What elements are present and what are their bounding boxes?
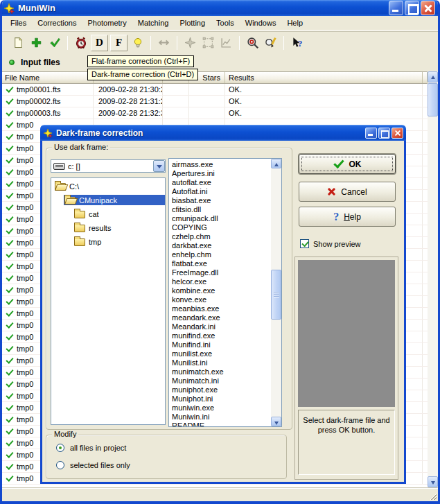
cell-filter [163, 84, 189, 95]
maximize-button[interactable] [405, 1, 419, 15]
menu-item[interactable]: Tools [211, 17, 240, 28]
file-item[interactable]: munifind.exe [172, 331, 271, 340]
file-item[interactable]: darkbat.exe [172, 241, 271, 250]
file-item[interactable]: Munifind.ini [172, 340, 271, 349]
table-row[interactable]: tmp00003.fts 2009-02-28 21:32:31 OK. [2, 107, 428, 119]
minimize-button[interactable] [389, 1, 403, 15]
scroll-up-button[interactable] [428, 71, 438, 82]
add-files-button[interactable] [28, 35, 44, 51]
file-item[interactable]: meandark.exe [172, 313, 271, 322]
help-arrow-icon: ? [291, 37, 303, 49]
file-item[interactable]: autoflat.exe [172, 178, 271, 187]
file-item[interactable]: COPYING [172, 223, 271, 232]
file-item[interactable]: czhelp.chm [172, 232, 271, 241]
help-button[interactable]: ? Help [299, 207, 396, 227]
tree-item[interactable]: cat [51, 209, 165, 219]
check-icon [5, 321, 14, 330]
file-item[interactable]: cmunipack.dll [172, 214, 271, 223]
close-button[interactable] [421, 1, 435, 15]
column-header-results[interactable]: Results [225, 72, 423, 83]
properties-button[interactable] [263, 35, 279, 51]
dialog-minimize-button[interactable] [365, 128, 377, 139]
combo-dropdown-button[interactable] [153, 160, 165, 172]
file-item[interactable]: cfitsio.dll [172, 205, 271, 214]
dark-frame-button[interactable]: D [91, 35, 108, 51]
cell-filename: tmp0 [17, 272, 33, 284]
file-item[interactable]: Munilist.ini [172, 358, 271, 367]
column-header-filename[interactable]: File Name [2, 72, 94, 83]
scroll-up-button[interactable] [271, 159, 281, 168]
file-list-scrollbar[interactable] [271, 159, 281, 426]
file-item[interactable]: muniphot.exe [172, 385, 271, 394]
file-item[interactable]: Autoflat.ini [172, 187, 271, 196]
plus-icon [30, 37, 42, 49]
tree-item[interactable]: results [51, 223, 165, 233]
context-help-button[interactable]: ? [289, 35, 305, 51]
file-item[interactable]: Munimatch.ini [172, 376, 271, 385]
menu-item[interactable]: Help [281, 17, 308, 28]
file-item[interactable]: biasbat.exe [172, 196, 271, 205]
tree-item[interactable]: CMunipack [51, 195, 165, 205]
file-item[interactable]: konve.exe [172, 295, 271, 304]
file-item[interactable]: munimatch.exe [172, 367, 271, 376]
file-item[interactable]: munilist.exe [172, 349, 271, 358]
file-item[interactable]: README [172, 422, 271, 426]
menu-item[interactable]: Matching [132, 17, 175, 28]
new-project-button[interactable] [10, 35, 26, 51]
table-row[interactable]: tmp00001.fts 2009-02-28 21:30:28 OK. [2, 84, 428, 96]
muniwin-window: MuniWin FilesCorrectionsPhotometryMatchi… [0, 0, 440, 504]
tree-label: CMunipack [79, 196, 117, 205]
photometry-button[interactable] [130, 35, 146, 51]
file-item[interactable]: airmass.exe [172, 160, 271, 169]
file-item[interactable]: Apertures.ini [172, 169, 271, 178]
file-item[interactable]: flatbat.exe [172, 259, 271, 268]
cell-filename: tmp00002.fts [17, 96, 61, 107]
menu-item[interactable]: Photometry [82, 17, 132, 28]
star-icon [184, 37, 196, 49]
file-item[interactable]: meanbias.exe [172, 304, 271, 313]
file-item[interactable]: helcor.exe [172, 277, 271, 286]
scroll-down-button[interactable] [271, 417, 281, 426]
show-preview-checkbox[interactable]: Show preview [300, 239, 360, 248]
menu-item[interactable]: Windows [240, 17, 282, 28]
drive-combobox[interactable]: c: [] [51, 159, 166, 173]
scroll-down-button[interactable] [428, 476, 438, 487]
scroll-thumb[interactable] [428, 83, 438, 116]
file-item[interactable]: Muniwin.ini [172, 412, 271, 422]
table-row[interactable]: tmp00002.fts 2009-02-28 21:31:29 OK. [2, 96, 428, 107]
file-item[interactable]: enhelp.chm [172, 250, 271, 259]
modify-radio-option[interactable]: all files in project [56, 444, 126, 452]
resize-grip[interactable] [428, 491, 437, 500]
file-item[interactable]: Meandark.ini [172, 322, 271, 331]
frame-preview-button [200, 35, 216, 51]
check-icon [5, 451, 14, 460]
dialog-maximize-button[interactable] [378, 128, 390, 139]
modify-radio-option[interactable]: selected files only [56, 461, 130, 469]
file-item[interactable]: kombine.exe [172, 286, 271, 295]
file-item[interactable]: FreeImage.dll [172, 268, 271, 277]
cell-filename: tmp0 [17, 379, 33, 390]
file-item[interactable]: Muniphot.ini [172, 394, 271, 403]
toolbar: D F [2, 31, 438, 53]
dialog-close-button[interactable] [391, 128, 403, 139]
flat-frame-button[interactable]: F [110, 35, 127, 51]
cell-filename: tmp0 [17, 402, 33, 413]
ok-check-icon [333, 159, 344, 170]
tree-item[interactable]: C:\ [51, 181, 165, 191]
radio-label: all files in project [70, 444, 126, 452]
menu-item[interactable]: Plotting [174, 17, 211, 28]
zoom-button[interactable] [245, 35, 261, 51]
check-icon [5, 262, 14, 271]
time-correction-button[interactable] [73, 35, 89, 51]
menu-item[interactable]: Corrections [32, 17, 82, 28]
cancel-button[interactable]: Cancel [299, 182, 396, 202]
file-item[interactable]: muniwin.exe [172, 403, 271, 412]
express-reduction-button[interactable] [46, 35, 62, 51]
table-scrollbar[interactable] [428, 71, 438, 487]
tree-item[interactable]: tmp [51, 236, 165, 247]
checkbox-icon [300, 239, 309, 248]
ok-button[interactable]: OK [299, 154, 396, 174]
menu-item[interactable]: Files [5, 17, 32, 28]
light-bulb-icon [132, 37, 143, 49]
scroll-thumb[interactable] [271, 270, 281, 320]
